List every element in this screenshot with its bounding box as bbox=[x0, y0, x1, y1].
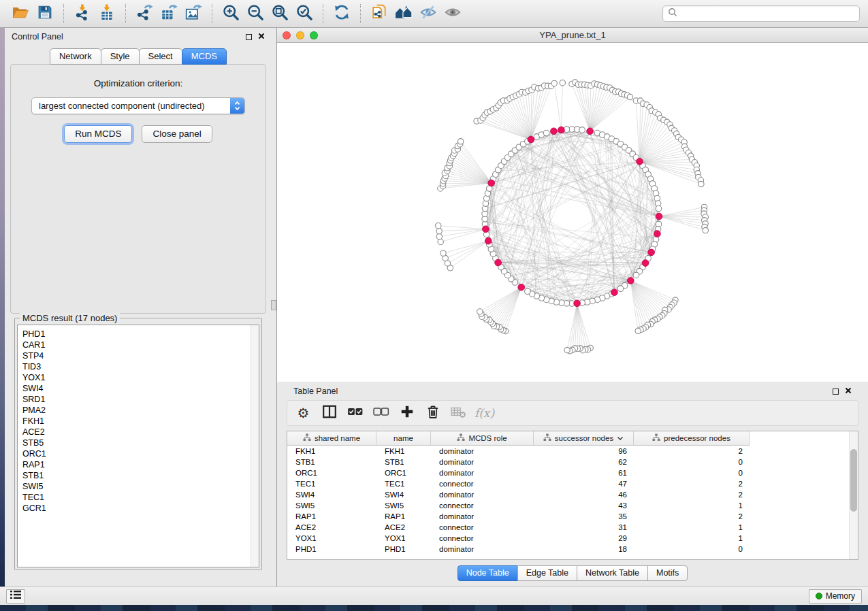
graph-node[interactable] bbox=[543, 130, 549, 136]
table-row[interactable]: YOX1YOX1connector291 bbox=[287, 533, 858, 544]
graph-leaf-node[interactable] bbox=[635, 328, 641, 333]
tab-motifs[interactable]: Motifs bbox=[647, 565, 688, 581]
task-history-button[interactable] bbox=[6, 589, 25, 604]
table-row[interactable]: ORC1ORC1dominator610 bbox=[287, 467, 858, 478]
tab-network-table[interactable]: Network Table bbox=[577, 565, 648, 581]
node-table[interactable]: shared namenameMCDS rolesuccessor nodesp… bbox=[287, 431, 858, 560]
new-network-from-selection-button[interactable] bbox=[367, 2, 391, 25]
graph-hub-node[interactable] bbox=[488, 180, 495, 186]
column-header-name[interactable]: name bbox=[376, 431, 431, 446]
close-table-panel-icon[interactable] bbox=[845, 386, 852, 396]
table-scrollbar[interactable] bbox=[849, 431, 858, 559]
graph-hub-node[interactable] bbox=[628, 278, 634, 284]
mcds-result-node[interactable]: ACE2 bbox=[22, 427, 259, 437]
tab-edge-table[interactable]: Edge Table bbox=[517, 565, 577, 581]
table-row[interactable]: SWI5SWI5connector431 bbox=[287, 500, 858, 511]
mcds-result-node[interactable]: SWI5 bbox=[22, 481, 259, 492]
graph-hub-node[interactable] bbox=[574, 300, 581, 307]
mcds-result-node[interactable]: TID3 bbox=[22, 361, 259, 372]
tab-mcds[interactable]: MCDS bbox=[182, 48, 227, 65]
table-row[interactable]: FKH1FKH1dominator962 bbox=[287, 446, 858, 457]
mac-close-icon[interactable] bbox=[283, 31, 291, 39]
tab-network[interactable]: Network bbox=[50, 48, 101, 65]
graph-hub-node[interactable] bbox=[656, 213, 662, 220]
graph-hub-node[interactable] bbox=[654, 231, 661, 237]
mcds-result-node[interactable]: ORC1 bbox=[22, 448, 259, 459]
graph-hub-node[interactable] bbox=[637, 159, 643, 165]
network-graph[interactable] bbox=[277, 43, 868, 382]
column-header-shared-name[interactable]: shared name bbox=[287, 431, 376, 446]
network-window-titlebar[interactable]: YPA_prune.txt_1 bbox=[277, 28, 868, 43]
export-image-button[interactable] bbox=[181, 2, 206, 25]
graph-leaf-node[interactable] bbox=[436, 228, 442, 233]
graph-leaf-node[interactable] bbox=[564, 347, 570, 352]
mcds-result-node[interactable]: STB5 bbox=[22, 437, 259, 448]
graph-leaf-node[interactable] bbox=[438, 239, 443, 244]
panel-divider-handle[interactable] bbox=[271, 300, 276, 310]
table-row[interactable]: PHD1PHD1dominator180 bbox=[287, 544, 858, 555]
mcds-result-list[interactable]: PHD1CAR1STP4TID3YOX1SWI4SRD1PMA2FKH1ACE2… bbox=[17, 325, 259, 567]
first-neighbors-button[interactable] bbox=[391, 2, 416, 25]
deselect-all-rows-button[interactable] bbox=[370, 403, 392, 423]
mac-minimize-icon[interactable] bbox=[296, 31, 304, 39]
graph-node[interactable] bbox=[633, 272, 639, 278]
graph-hub-node[interactable] bbox=[495, 259, 502, 266]
table-settings-button[interactable]: ⚙ bbox=[292, 403, 315, 423]
tab-node-table[interactable]: Node Table bbox=[457, 565, 518, 581]
zoom-fit-content-button[interactable] bbox=[268, 2, 292, 25]
mcds-result-node[interactable]: TEC1 bbox=[22, 492, 259, 503]
search-input[interactable] bbox=[681, 9, 854, 18]
graph-node[interactable] bbox=[617, 286, 624, 292]
graph-node[interactable] bbox=[579, 127, 585, 133]
graph-leaf-node[interactable] bbox=[627, 94, 632, 99]
save-session-button[interactable] bbox=[33, 2, 57, 25]
graph-hub-node[interactable] bbox=[483, 226, 489, 233]
table-row[interactable]: STB1STB1dominator620 bbox=[287, 457, 858, 467]
open-session-button[interactable] bbox=[8, 2, 33, 25]
mcds-result-node[interactable]: FKH1 bbox=[22, 416, 259, 427]
table-row[interactable]: SWI4SWI4dominator462 bbox=[287, 489, 858, 500]
mcds-result-node[interactable]: YOX1 bbox=[22, 372, 259, 383]
search-box[interactable] bbox=[662, 5, 860, 22]
mcds-result-node[interactable]: SRD1 bbox=[22, 394, 259, 405]
graph-leaf-node[interactable] bbox=[560, 80, 565, 86]
toggle-columns-button[interactable] bbox=[318, 403, 340, 423]
graph-leaf-node[interactable] bbox=[703, 227, 708, 233]
apply-preferred-layout-button[interactable] bbox=[329, 2, 354, 25]
mcds-result-node[interactable]: PHD1 bbox=[22, 329, 259, 340]
import-table-from-file-button[interactable] bbox=[95, 2, 119, 25]
graph-node[interactable] bbox=[525, 288, 531, 295]
graph-hub-node[interactable] bbox=[528, 136, 534, 143]
graph-hub-node[interactable] bbox=[558, 127, 565, 133]
graph-hub-node[interactable] bbox=[642, 260, 649, 267]
column-header-successor-nodes[interactable]: successor nodes bbox=[534, 431, 634, 446]
graph-hub-node[interactable] bbox=[587, 128, 594, 135]
column-header-predecessor-nodes[interactable]: predecessor nodes bbox=[634, 431, 750, 446]
zoom-in-button[interactable] bbox=[219, 2, 243, 25]
graph-hub-node[interactable] bbox=[648, 249, 655, 256]
graph-leaf-node[interactable] bbox=[698, 181, 704, 186]
tab-style[interactable]: Style bbox=[101, 48, 140, 65]
tab-select[interactable]: Select bbox=[139, 48, 182, 65]
zoom-out-button[interactable] bbox=[243, 2, 268, 25]
graph-leaf-node[interactable] bbox=[440, 250, 446, 256]
table-row[interactable]: ACE2ACE2connector311 bbox=[287, 522, 858, 533]
import-network-from-file-button[interactable] bbox=[70, 2, 95, 25]
table-scrollbar-thumb[interactable] bbox=[850, 449, 857, 512]
mcds-result-node[interactable]: STP4 bbox=[22, 350, 259, 361]
mac-zoom-icon[interactable] bbox=[310, 31, 318, 39]
network-canvas[interactable] bbox=[277, 43, 868, 382]
mcds-result-node[interactable]: PMA2 bbox=[22, 405, 259, 416]
select-all-rows-button[interactable] bbox=[344, 403, 366, 423]
run-mcds-button[interactable]: Run MCDS bbox=[64, 125, 132, 143]
memory-button[interactable]: Memory bbox=[809, 589, 862, 604]
mcds-result-node[interactable]: GCR1 bbox=[22, 503, 259, 514]
graph-leaf-node[interactable] bbox=[551, 80, 557, 86]
graph-hub-node[interactable] bbox=[551, 128, 558, 135]
graph-hub-node[interactable] bbox=[518, 284, 525, 291]
column-header-MCDS-role[interactable]: MCDS role bbox=[431, 431, 534, 446]
graph-node[interactable] bbox=[656, 205, 662, 212]
float-panel-icon[interactable] bbox=[246, 34, 252, 40]
mcds-result-scrollbar[interactable] bbox=[251, 325, 259, 567]
add-button[interactable] bbox=[396, 403, 418, 423]
